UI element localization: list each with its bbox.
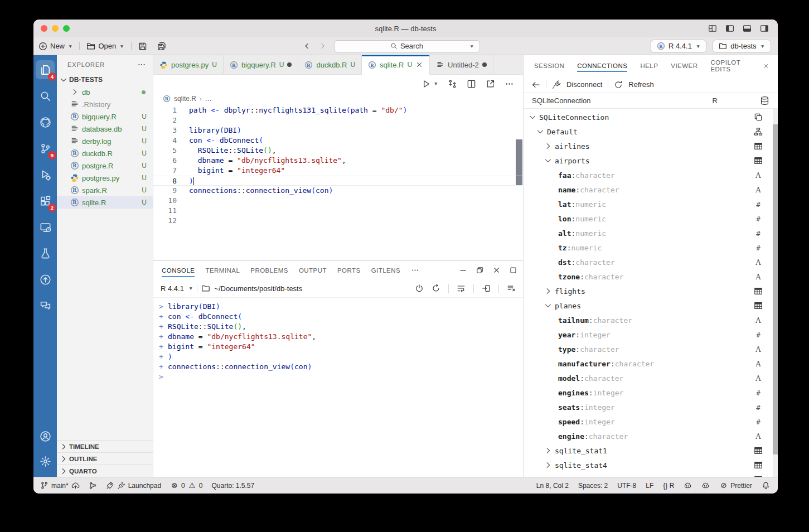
panel-tab-terminal[interactable]: TERMINAL (205, 261, 240, 279)
status-cursor-position[interactable]: Ln 8, Col 2 (536, 482, 569, 490)
field-seats[interactable]: seats : integer# (524, 400, 778, 414)
tab-duckdb.R[interactable]: Rduckdb.RU (298, 55, 362, 74)
section-quarto[interactable]: QUARTO (57, 465, 153, 477)
activity-accounts[interactable] (36, 427, 55, 446)
right-tab-session[interactable]: SESSION (534, 55, 564, 76)
new-button[interactable]: New ▼ (33, 37, 77, 55)
chevron-fwd-icon[interactable] (544, 461, 553, 470)
field-lat[interactable]: lat : numeric# (524, 197, 778, 211)
back-button[interactable] (531, 80, 540, 89)
activity-settings[interactable] (36, 452, 55, 471)
code-line-3[interactable]: 3library(DBI) (153, 125, 523, 136)
chevron-down-icon[interactable] (544, 156, 553, 165)
power-icon[interactable] (415, 284, 424, 293)
status-encoding[interactable]: UTF-8 (617, 482, 636, 490)
node-weather[interactable]: weather (524, 472, 778, 477)
sidebar-item-.Rhistory[interactable]: .Rhistory (57, 98, 153, 110)
field-year[interactable]: year : integer# (524, 327, 778, 342)
open-external-icon[interactable] (486, 79, 495, 89)
sidebar-item-postgre.R[interactable]: Rpostgre.RU (57, 159, 153, 172)
status-quarto-version[interactable]: Quarto: 1.5.57 (211, 482, 254, 490)
panel-tab-problems[interactable]: PROBLEMS (250, 261, 288, 279)
right-tab-connections[interactable]: CONNECTIONS (577, 55, 627, 76)
status-git-branch[interactable]: main* (40, 481, 80, 490)
field-alt[interactable]: alt : numeric# (524, 226, 778, 240)
activity-search[interactable] (36, 86, 55, 105)
word-wrap-icon[interactable] (457, 284, 466, 293)
chevron-down-icon[interactable] (536, 127, 545, 136)
right-tab-viewer[interactable]: VIEWER (671, 55, 697, 76)
minimize-icon[interactable] (459, 266, 467, 274)
open-button[interactable]: Open ▼ (81, 37, 129, 55)
panel-tab-gitlens[interactable]: GITLENS (371, 261, 400, 279)
code-line-9[interactable]: 9connections::connection_view(con) (153, 186, 523, 196)
more-icon[interactable] (505, 79, 514, 89)
node-flights[interactable]: flights (524, 284, 778, 298)
code-line-8[interactable]: 8) (153, 176, 523, 186)
customize-layout-icon[interactable] (708, 24, 717, 33)
code-line-4[interactable]: 4con <- dbConnect( (153, 136, 523, 146)
field-dst[interactable]: dst : characterA (524, 255, 778, 269)
section-timeline[interactable]: TIMELINE (57, 440, 153, 452)
zoom-window-button[interactable] (63, 25, 70, 32)
activity-comments[interactable] (36, 296, 55, 315)
console-session-label[interactable]: R 4.4.1 (161, 284, 184, 293)
sidebar-item-postgres.py[interactable]: postgres.pyU (57, 172, 153, 184)
sidebar-item-bigquery.R[interactable]: Rbigquery.RU (57, 110, 153, 123)
chevron-down-icon[interactable] (528, 113, 537, 122)
field-faa[interactable]: faa : characterA (524, 168, 778, 182)
code-line-6[interactable]: 6 dbname = "db/nycflights13.sqlite", (153, 156, 523, 166)
node-airlines[interactable]: airlines (524, 139, 778, 153)
save-button[interactable] (133, 37, 152, 55)
code-line-10[interactable]: 10 (153, 196, 523, 206)
status-copilot-edits[interactable] (701, 481, 710, 490)
activity-remote-explorer[interactable] (36, 217, 55, 236)
status-prettier[interactable]: ⊘Prettier (719, 481, 752, 490)
maximize-icon[interactable] (509, 266, 517, 274)
status-eol[interactable]: LF (646, 482, 653, 490)
clear-console-icon[interactable] (507, 284, 516, 293)
interpreter-selector[interactable]: R R 4.4.1 ▼ (651, 40, 706, 53)
sidebar-item-db[interactable]: db (57, 86, 153, 98)
activity-source-control[interactable]: 9 (36, 139, 55, 158)
right-tab-copilot-edits[interactable]: COPILOT EDITS (710, 55, 749, 76)
breadcrumb[interactable]: R sqlite.R › … (153, 93, 523, 105)
sidebar-item-derby.log[interactable]: derby.logU (57, 135, 153, 147)
more-icon[interactable] (411, 266, 419, 274)
navigate-back-button[interactable] (303, 42, 311, 50)
code-line-2[interactable]: 2 (153, 115, 523, 125)
more-actions-icon[interactable] (137, 60, 146, 69)
chevron-fwd-icon[interactable] (544, 475, 553, 477)
right-tab-help[interactable]: HELP (640, 55, 658, 76)
chevron-fwd-icon[interactable] (544, 446, 553, 455)
close-icon[interactable] (415, 61, 423, 69)
activity-testing[interactable] (36, 244, 55, 263)
sidebar-item-duckdb.R[interactable]: Rduckdb.RU (57, 147, 153, 159)
status-language-mode[interactable]: {} R (663, 482, 674, 490)
field-tz[interactable]: tz : numeric# (524, 240, 778, 255)
split-editor-icon[interactable] (467, 79, 476, 89)
panel-tab-output[interactable]: OUTPUT (299, 261, 327, 279)
tab-postgres.py[interactable]: postgres.pyU (153, 55, 224, 74)
field-engine[interactable]: engine : characterA (524, 429, 778, 443)
tab-sqlite.R[interactable]: Rsqlite.RU (362, 55, 430, 75)
activity-github[interactable] (36, 113, 55, 132)
search-input[interactable]: Search ▼ (334, 40, 480, 52)
sidebar-item-spark.R[interactable]: Rspark.RU (57, 184, 153, 196)
code-line-1[interactable]: 1path <- dbplyr::nycflights131_sqlite(pa… (153, 105, 523, 115)
chevron-down-icon[interactable] (544, 301, 553, 310)
field-speed[interactable]: speed : integer# (524, 414, 778, 429)
tab-Untitled-2[interactable]: Untitled-2 (430, 55, 493, 74)
field-engines[interactable]: engines : integer# (524, 385, 778, 400)
code-line-12[interactable]: 12 (153, 216, 523, 226)
refresh-button[interactable]: Refresh (628, 80, 654, 89)
activity-extensions[interactable]: 2 (36, 191, 55, 210)
compare-changes-icon[interactable] (448, 79, 457, 89)
scrollbar-thumb[interactable] (773, 124, 778, 454)
restore-icon[interactable] (476, 266, 484, 274)
field-type[interactable]: type : characterA (524, 342, 778, 356)
status-launchpad[interactable]: Launchpad (106, 481, 161, 490)
field-model[interactable]: model : characterA (524, 371, 778, 385)
sidebar-item-database.db[interactable]: database.dbU (57, 123, 153, 135)
connection-header-row[interactable]: SQLiteConnection R (524, 93, 778, 109)
